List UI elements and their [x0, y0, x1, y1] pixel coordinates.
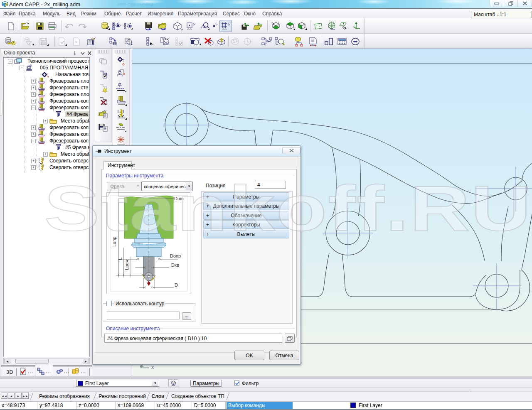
svg-text:Dхв: Dхв — [171, 263, 179, 268]
svg-text:5: 5 — [193, 22, 195, 26]
svg-text:x: x — [151, 364, 154, 370]
svg-text:D: D — [175, 282, 178, 287]
svg-text:5: 5 — [228, 22, 230, 26]
svg-text:Lопр: Lопр — [112, 237, 117, 247]
svg-text:Dопр: Dопр — [170, 253, 181, 258]
svg-text:Lреж: Lреж — [124, 259, 129, 270]
svg-text:v.: v. — [75, 40, 78, 44]
svg-text:Dшп: Dшп — [174, 196, 184, 201]
svg-text:L: L — [118, 258, 123, 260]
svg-text:5: 5 — [215, 22, 217, 26]
